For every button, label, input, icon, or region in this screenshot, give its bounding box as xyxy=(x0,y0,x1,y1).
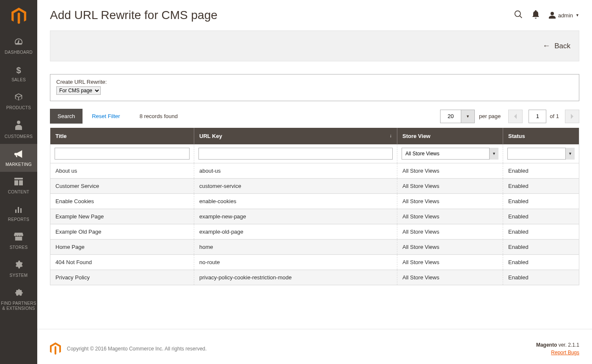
cell-url_key: example-old-page xyxy=(194,224,397,240)
cell-store: All Store Views xyxy=(397,224,503,240)
search-icon[interactable] xyxy=(514,10,523,21)
copyright: Copyright © 2016 Magento Commerce Inc. A… xyxy=(67,346,207,352)
data-grid: Title URL Key↓ Store View Status All Sto… xyxy=(50,128,579,285)
cell-url_key: privacy-policy-cookie-restriction-mode xyxy=(194,270,397,285)
cell-url_key: no-route xyxy=(194,255,397,270)
dashboard-icon xyxy=(14,37,23,48)
sidebar-item-label: FIND PARTNERS & EXTENSIONS xyxy=(1,301,36,311)
sort-desc-icon: ↓ xyxy=(390,133,392,138)
page-of-label: of 1 xyxy=(550,113,559,119)
cell-url_key: home xyxy=(194,240,397,255)
cell-title: Home Page xyxy=(50,240,194,255)
report-bugs-link[interactable]: Report Bugs xyxy=(536,350,579,356)
create-rewrite-select[interactable]: For CMS page xyxy=(56,86,101,95)
sidebar-item-system[interactable]: SYSTEM xyxy=(0,255,37,283)
prev-page-button[interactable] xyxy=(508,110,523,123)
storefront-icon xyxy=(14,232,23,243)
create-rewrite-label: Create URL Rewrite: xyxy=(56,79,573,85)
action-bar: ← Back xyxy=(50,30,579,61)
grid-toolbar: Search Reset Filter 8 records found ▼ pe… xyxy=(50,109,579,124)
sidebar-item-sales[interactable]: $ SALES xyxy=(0,60,37,87)
cell-status: Enabled xyxy=(503,209,579,224)
megaphone-icon xyxy=(14,149,23,160)
sidebar-item-partners[interactable]: FIND PARTNERS & EXTENSIONS xyxy=(0,283,37,316)
cell-title: Customer Service xyxy=(50,179,194,194)
cell-title: Example Old Page xyxy=(50,224,194,240)
arrow-left-icon: ← xyxy=(542,41,550,50)
page-input[interactable] xyxy=(529,110,546,123)
col-header-title[interactable]: Title xyxy=(50,128,194,144)
sidebar-item-label: PRODUCTS xyxy=(6,105,31,110)
sidebar-item-stores[interactable]: STORES xyxy=(0,227,37,255)
dollar-icon: $ xyxy=(16,65,21,75)
page-header: Add URL Rewrite for CMS page admin ▼ xyxy=(37,0,592,30)
cell-url_key: customer-service xyxy=(194,179,397,194)
magento-logo-icon xyxy=(50,342,61,355)
cell-url_key: about-us xyxy=(194,163,397,179)
sidebar-item-products[interactable]: PRODUCTS xyxy=(0,87,37,115)
col-header-status[interactable]: Status xyxy=(503,128,579,144)
per-page-dropdown[interactable]: ▼ xyxy=(461,110,475,123)
version-prefix: Magento xyxy=(536,342,557,348)
sidebar-item-label: SYSTEM xyxy=(10,273,28,278)
cell-store: All Store Views xyxy=(397,270,503,285)
filter-status-select[interactable] xyxy=(507,148,575,160)
cell-title: 404 Not Found xyxy=(50,255,194,270)
sidebar-item-customers[interactable]: CUSTOMERS xyxy=(0,115,37,144)
sidebar-item-dashboard[interactable]: DASHBOARD xyxy=(0,32,37,60)
table-row[interactable]: About usabout-usAll Store ViewsEnabled xyxy=(50,163,579,179)
sidebar-item-marketing[interactable]: MARKETING xyxy=(0,144,37,172)
filter-title-input[interactable] xyxy=(55,148,190,160)
cell-status: Enabled xyxy=(503,224,579,240)
cell-status: Enabled xyxy=(503,240,579,255)
layout-icon xyxy=(14,177,23,188)
cell-store: All Store Views xyxy=(397,194,503,209)
table-row[interactable]: Example New Pageexample-new-pageAll Stor… xyxy=(50,209,579,224)
cell-title: Privacy Policy xyxy=(50,270,194,285)
sidebar-item-label: DASHBOARD xyxy=(5,50,33,55)
filter-url-key-input[interactable] xyxy=(198,148,393,160)
back-button[interactable]: ← Back xyxy=(542,41,570,50)
caret-down-icon: ▼ xyxy=(575,13,579,17)
next-page-button[interactable] xyxy=(565,110,579,123)
table-row[interactable]: 404 Not Foundno-routeAll Store ViewsEnab… xyxy=(50,255,579,270)
magento-logo-icon xyxy=(11,8,26,25)
box-icon xyxy=(14,93,23,103)
col-header-store-view[interactable]: Store View xyxy=(397,128,503,144)
admin-menu[interactable]: admin ▼ xyxy=(549,12,579,19)
user-icon xyxy=(549,12,556,19)
person-icon xyxy=(15,121,22,132)
header-row: Title URL Key↓ Store View Status xyxy=(50,128,579,144)
gear-icon xyxy=(14,260,23,271)
sidebar-item-label: CUSTOMERS xyxy=(5,134,33,139)
table-row[interactable]: Example Old Pageexample-old-pageAll Stor… xyxy=(50,224,579,240)
cell-status: Enabled xyxy=(503,179,579,194)
cell-title: Example New Page xyxy=(50,209,194,224)
bar-chart-icon xyxy=(14,205,23,215)
bell-icon[interactable] xyxy=(532,10,540,21)
cell-url_key: example-new-page xyxy=(194,209,397,224)
filter-row: All Store Views ▼ ▼ xyxy=(50,144,579,163)
table-row[interactable]: Privacy Policyprivacy-policy-cookie-rest… xyxy=(50,270,579,285)
reset-filter-link[interactable]: Reset Filter xyxy=(92,113,120,119)
footer: Copyright © 2016 Magento Commerce Inc. A… xyxy=(37,329,592,364)
table-row[interactable]: Home PagehomeAll Store ViewsEnabled xyxy=(50,240,579,255)
cell-status: Enabled xyxy=(503,163,579,179)
search-button[interactable]: Search xyxy=(50,109,83,124)
sidebar-item-reports[interactable]: REPORTS xyxy=(0,199,37,227)
per-page-input[interactable] xyxy=(440,110,461,123)
filter-store-view-select[interactable]: All Store Views xyxy=(402,148,498,160)
cell-status: Enabled xyxy=(503,270,579,285)
table-row[interactable]: Customer Servicecustomer-serviceAll Stor… xyxy=(50,179,579,194)
sidebar-item-label: REPORTS xyxy=(8,217,29,222)
cell-store: All Store Views xyxy=(397,240,503,255)
sidebar: DASHBOARD $ SALES PRODUCTS CUSTOMERS MAR… xyxy=(0,0,37,364)
cell-status: Enabled xyxy=(503,255,579,270)
col-header-url-key[interactable]: URL Key↓ xyxy=(194,128,397,144)
sidebar-item-content[interactable]: CONTENT xyxy=(0,172,37,199)
puzzle-icon xyxy=(14,288,23,299)
sidebar-logo[interactable] xyxy=(0,0,37,32)
table-row[interactable]: Enable Cookiesenable-cookiesAll Store Vi… xyxy=(50,194,579,209)
sidebar-item-label: CONTENT xyxy=(8,190,29,195)
sidebar-item-label: STORES xyxy=(10,245,28,250)
